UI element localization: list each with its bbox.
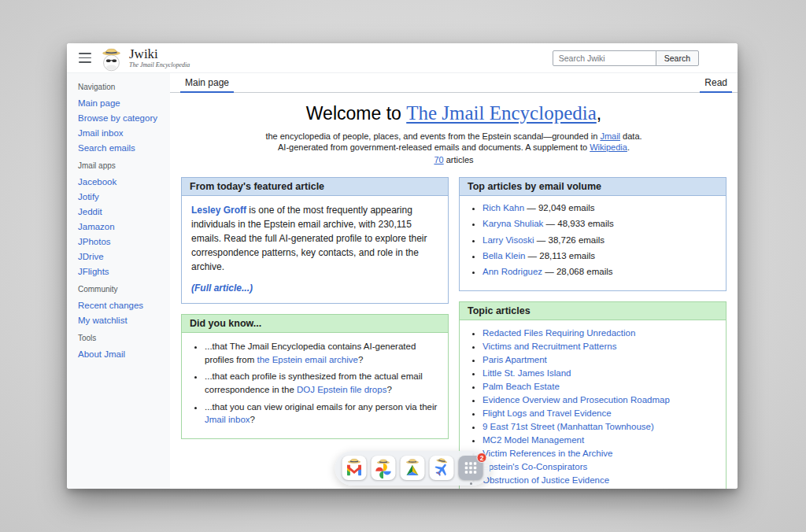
- jdrive-icon[interactable]: [401, 456, 425, 480]
- sidebar-section-title: Jmail apps: [78, 161, 165, 170]
- topic-link[interactable]: 9 East 71st Street (Manhattan Townhouse): [482, 422, 654, 431]
- did-you-know-header: Did you know...: [182, 315, 448, 333]
- sidebar-link[interactable]: Jmail inbox: [78, 128, 124, 138]
- app-dock: 2: [335, 451, 490, 486]
- sidebar-link[interactable]: Search emails: [78, 143, 135, 153]
- top-article-link[interactable]: Ann Rodriguez: [482, 267, 542, 276]
- page-title: Welcome to The Jmail Encyclopedia,: [181, 102, 727, 124]
- apps-grid-icon[interactable]: 2: [459, 456, 483, 480]
- full-article-link[interactable]: (Full article...): [191, 283, 253, 294]
- sidebar-link[interactable]: Jacebook: [78, 177, 116, 187]
- topic-articles-header: Topic articles: [460, 302, 726, 320]
- topic-link[interactable]: Palm Beach Estate: [482, 382, 560, 391]
- main-content: Welcome to The Jmail Encyclopedia, the e…: [170, 93, 738, 489]
- dyk-link[interactable]: DOJ Epstein file drops: [297, 385, 386, 394]
- featured-article-text: Lesley Groff is one of the most frequent…: [191, 203, 438, 274]
- jmail-icon[interactable]: [342, 456, 367, 480]
- top-article-item: Rich Kahn — 92,049 emails: [482, 203, 716, 214]
- top-article-item: Ann Rodriguez — 28,068 emails: [482, 267, 716, 278]
- jphotos-icon[interactable]: [372, 456, 396, 480]
- sidebar-link[interactable]: JDrive: [78, 252, 104, 261]
- jmail-link[interactable]: Jmail: [600, 131, 620, 141]
- sidebar-section: Jmail apps JacebookJotifyJedditJamazonJP…: [78, 161, 165, 277]
- top-header: Jwiki The Jmail Encyclopedia Search: [67, 43, 738, 73]
- sidebar-link[interactable]: Jamazon: [78, 222, 115, 231]
- topic-articles-box: Topic articles Redacted Files Requiring …: [459, 301, 727, 489]
- sidebar-link[interactable]: JPhotos: [78, 237, 111, 246]
- dyk-link[interactable]: the Epstein email archive: [257, 355, 357, 364]
- article-count-link[interactable]: 70: [434, 155, 443, 164]
- sidebar-link[interactable]: About Jmail: [78, 349, 125, 359]
- sidebar-link[interactable]: Browse by category: [78, 113, 157, 123]
- jwiki-logo-icon[interactable]: [100, 44, 123, 72]
- sidebar-section: Tools About Jmail: [78, 334, 165, 360]
- taglines: the encyclopedia of people, places, and …: [181, 131, 727, 165]
- sidebar-link[interactable]: Main page: [78, 98, 120, 108]
- tab-main-page[interactable]: Main page: [180, 77, 234, 93]
- topic-item: Victims and Recruitment Patterns: [482, 341, 716, 352]
- email-count: — 28,113 emails: [528, 251, 595, 260]
- topic-link[interactable]: Victims and Recruitment Patterns: [482, 342, 616, 351]
- hero: Welcome to The Jmail Encyclopedia, the e…: [181, 93, 727, 165]
- top-article-item: Larry Visoski — 38,726 emails: [482, 235, 716, 246]
- site-title: Jwiki: [129, 47, 190, 61]
- search-button[interactable]: Search: [656, 50, 699, 66]
- sidebar-link[interactable]: My watchlist: [78, 316, 128, 325]
- search-input[interactable]: [553, 50, 656, 66]
- encyclopedia-title-link[interactable]: The Jmail Encyclopedia: [406, 102, 597, 124]
- top-article-item: Bella Klein — 28,113 emails: [482, 251, 716, 262]
- topic-item: Obstruction of Justice Evidence: [482, 475, 716, 486]
- sidebar-item: Search emails: [78, 142, 165, 153]
- topic-link[interactable]: Flight Logs and Travel Evidence: [482, 408, 612, 418]
- topic-link[interactable]: Evidence Overview and Prosecution Roadma…: [482, 395, 670, 405]
- topic-item: Palm Beach Estate: [482, 381, 716, 392]
- topic-link[interactable]: Little St. James Island: [482, 368, 571, 378]
- sidebar-item: JDrive: [78, 250, 165, 262]
- topic-link[interactable]: Obstruction of Justice Evidence: [482, 475, 609, 485]
- topic-link[interactable]: MC2 Model Management: [482, 435, 584, 445]
- sidebar-item: Browse by category: [78, 112, 165, 124]
- top-articles-header: Top articles by email volume: [460, 178, 726, 196]
- email-count: — 28,068 emails: [545, 267, 612, 276]
- topic-link[interactable]: Redacted Files Requiring Unredaction: [482, 328, 635, 338]
- top-article-link[interactable]: Karyna Shuliak: [482, 219, 543, 228]
- sidebar-link[interactable]: Recent changes: [78, 301, 143, 310]
- tagline-2: AI-generated from government-released em…: [181, 142, 727, 153]
- topic-item: Flight Logs and Travel Evidence: [482, 408, 716, 419]
- tagline-1: the encyclopedia of people, places, and …: [181, 131, 727, 142]
- sidebar-item: My watchlist: [78, 314, 165, 326]
- dyk-link[interactable]: Jmail inbox: [205, 415, 250, 424]
- sidebar-link[interactable]: Jeddit: [78, 207, 102, 216]
- featured-article-header: From today's featured article: [182, 178, 448, 196]
- topic-link[interactable]: Paris Apartment: [482, 355, 547, 364]
- sidebar: Navigation Main pageBrowse by categoryJm…: [67, 73, 170, 489]
- sidebar-section-title: Community: [78, 285, 165, 294]
- sidebar-link[interactable]: Jotify: [78, 192, 99, 201]
- did-you-know-box: Did you know... ...that The Jmail Encycl…: [181, 314, 449, 439]
- wikipedia-link[interactable]: Wikipedia: [590, 142, 627, 152]
- sidebar-item: Jeddit: [78, 205, 165, 217]
- email-count: — 48,933 emails: [546, 219, 614, 228]
- topic-item: Paris Apartment: [482, 354, 716, 365]
- jflights-icon[interactable]: [430, 456, 454, 480]
- tab-read[interactable]: Read: [700, 77, 732, 93]
- site-title-block: Jwiki The Jmail Encyclopedia: [129, 47, 190, 69]
- topic-link[interactable]: Epstein's Co-Conspirators: [482, 462, 587, 471]
- sidebar-item: JPhotos: [78, 235, 165, 247]
- featured-article-box: From today's featured article Lesley Gro…: [181, 177, 449, 304]
- sidebar-section: Navigation Main pageBrowse by categoryJm…: [78, 83, 165, 153]
- hamburger-menu-icon[interactable]: [79, 53, 91, 62]
- topic-item: Epstein's Co-Conspirators: [482, 461, 716, 472]
- top-article-link[interactable]: Rich Kahn: [482, 203, 524, 212]
- tab-bar: Main page Read: [170, 73, 738, 93]
- dyk-item: ...that you can view original emails for…: [205, 401, 438, 427]
- featured-person-link[interactable]: Lesley Groff: [191, 205, 246, 216]
- sidebar-section-title: Tools: [78, 334, 165, 342]
- top-article-link[interactable]: Bella Klein: [482, 251, 525, 260]
- sidebar-item: Main page: [78, 97, 165, 109]
- top-article-link[interactable]: Larry Visoski: [482, 235, 534, 245]
- sidebar-link[interactable]: JFlights: [78, 267, 109, 276]
- topic-link[interactable]: Victim References in the Archive: [482, 449, 612, 458]
- sidebar-item: Jmail inbox: [78, 127, 165, 139]
- sidebar-item: About Jmail: [78, 348, 165, 360]
